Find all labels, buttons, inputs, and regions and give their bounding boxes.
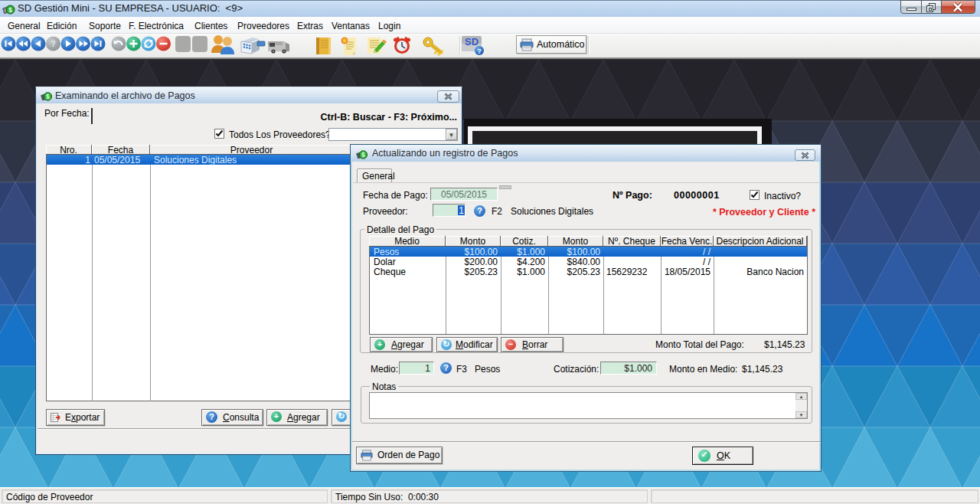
svg-text:?: ? [477, 47, 482, 55]
svg-text:$: $ [8, 6, 12, 14]
svg-text:$: $ [46, 93, 50, 100]
svg-text:$: $ [361, 151, 365, 159]
svg-text:SD: SD [465, 36, 479, 47]
svg-text:?: ? [51, 40, 55, 48]
